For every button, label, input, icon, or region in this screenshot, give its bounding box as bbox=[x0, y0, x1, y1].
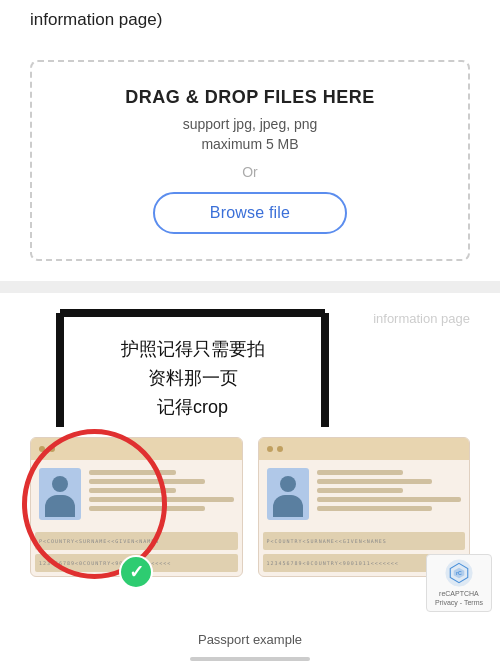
passport-line bbox=[89, 479, 205, 484]
drag-drop-title: DRAG & DROP FILES HERE bbox=[125, 87, 375, 108]
drag-drop-box[interactable]: DRAG & DROP FILES HERE support jpg, jpeg… bbox=[30, 60, 470, 261]
green-check-badge: ✓ bbox=[119, 555, 153, 589]
mrz-text-r: P<COUNTRY<SURNAME<<GIVEN<NAMES bbox=[267, 538, 387, 544]
person-body bbox=[45, 495, 75, 517]
passport-avatar-left bbox=[39, 468, 81, 520]
tooltip-line2: 资料那一页 bbox=[148, 368, 238, 388]
mrz-text: P<COUNTRY<SURNAME<<GIVEN<NAMES bbox=[39, 538, 159, 544]
recaptcha-text: reCAPTCHA Privacy - Terms bbox=[435, 589, 483, 607]
passport-avatar-right bbox=[267, 468, 309, 520]
passport-card-body-left bbox=[31, 460, 242, 532]
passport-header-dot2-r bbox=[277, 446, 283, 452]
tooltip-line3: 记得crop bbox=[157, 397, 228, 417]
passport-line bbox=[89, 506, 205, 511]
passport-line bbox=[89, 497, 234, 502]
person-head bbox=[52, 476, 68, 492]
tooltip-line1: 护照记得只需要拍 bbox=[121, 339, 265, 359]
support-text: support jpg, jpeg, png bbox=[183, 116, 318, 132]
recaptcha-logo-icon: rC bbox=[445, 559, 473, 587]
page-container: information page) DRAG & DROP FILES HERE… bbox=[0, 0, 500, 667]
passport-header-dot-r bbox=[267, 446, 273, 452]
person-icon-right bbox=[270, 472, 306, 520]
person-icon-left bbox=[42, 472, 78, 520]
top-partial-text: information page) bbox=[30, 10, 162, 29]
person-head-r bbox=[280, 476, 296, 492]
passport-label: Passport example bbox=[198, 632, 302, 647]
tooltip-container: 护照记得只需要拍 资料那一页 记得crop information page bbox=[0, 293, 500, 443]
passport-line-r4 bbox=[317, 497, 462, 502]
drag-drop-section: DRAG & DROP FILES HERE support jpg, jpeg… bbox=[0, 45, 500, 281]
speech-bubble: 护照记得只需要拍 资料那一页 记得crop bbox=[60, 313, 325, 443]
browse-file-button[interactable]: Browse file bbox=[153, 192, 347, 234]
passport-line bbox=[89, 488, 176, 493]
recaptcha-label: reCAPTCHA bbox=[435, 589, 483, 598]
bottom-scroll-indicator bbox=[190, 657, 310, 661]
passport-mrz-right: P<COUNTRY<SURNAME<<GIVEN<NAMES bbox=[263, 532, 466, 550]
person-body-r bbox=[273, 495, 303, 517]
passport-line-r3 bbox=[317, 488, 404, 493]
watermark-text: information page bbox=[373, 311, 470, 326]
passport-header-dot bbox=[39, 446, 45, 452]
passport-header-dot2 bbox=[49, 446, 55, 452]
passport-lines-right bbox=[317, 468, 462, 524]
passport-line-r5 bbox=[317, 506, 433, 511]
recaptcha-badge: rC reCAPTCHA Privacy - Terms bbox=[426, 554, 492, 612]
passport-lines-left bbox=[89, 468, 234, 524]
or-divider: Or bbox=[242, 164, 258, 180]
speech-bubble-wrapper: 护照记得只需要拍 资料那一页 记得crop bbox=[60, 313, 325, 443]
passport-card-header-right bbox=[259, 438, 470, 460]
passport-line bbox=[89, 470, 176, 475]
passport-img-left: P<COUNTRY<SURNAME<<GIVEN<NAMES 123456789… bbox=[30, 437, 243, 597]
svg-text:rC: rC bbox=[456, 570, 462, 576]
passport-line-r2 bbox=[317, 479, 433, 484]
images-section: P<COUNTRY<SURNAME<<GIVEN<NAMES 123456789… bbox=[0, 427, 500, 667]
mrz-text2-r: 123456789<0COUNTRY<9001011<<<<<<< bbox=[267, 560, 399, 566]
passport-line-r bbox=[317, 470, 404, 475]
section-gap bbox=[0, 281, 500, 293]
max-size-text: maximum 5 MB bbox=[201, 136, 298, 152]
recaptcha-privacy: Privacy - Terms bbox=[435, 598, 483, 607]
passport-card-body-right bbox=[259, 460, 470, 532]
passport-card-header-left bbox=[31, 438, 242, 460]
bottom-label-row: Passport example bbox=[0, 630, 500, 653]
passport-mrz-left: P<COUNTRY<SURNAME<<GIVEN<NAMES bbox=[35, 532, 238, 550]
top-text-area: information page) bbox=[0, 0, 500, 45]
